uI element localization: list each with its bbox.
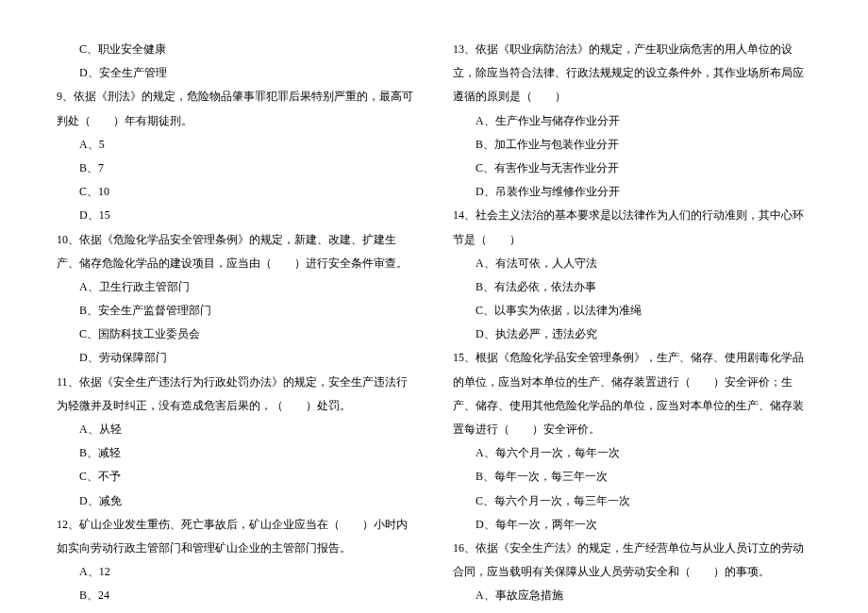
q8-option-c: C、职业安全健康 (79, 38, 415, 61)
q14-option-b: B、有法必依，依法办事 (476, 275, 811, 299)
q9-option-c: C、10 (79, 180, 415, 204)
q11-option-d: D、减免 (79, 489, 415, 513)
q8-option-d: D、安全生产管理 (79, 61, 415, 85)
q14-option-a: A、有法可依，人人守法 (476, 252, 811, 275)
q15-option-c: C、每六个月一次，每三年一次 (476, 489, 811, 513)
left-column: C、职业安全健康 D、安全生产管理 9、依据《刑法》的规定，危险物品肇事罪犯罪后… (57, 38, 415, 613)
right-column: 13、依据《职业病防治法》的规定，产生职业病危害的用人单位的设立，除应当符合法律… (453, 38, 811, 613)
q11-option-b: B、减轻 (79, 441, 415, 465)
q10-option-b: B、安全生产监督管理部门 (79, 299, 415, 323)
q9-option-d: D、15 (79, 204, 415, 227)
q14-option-d: D、执法必严，违法必究 (476, 323, 811, 346)
q15-option-b: B、每年一次，每三年一次 (476, 465, 811, 489)
q13-option-d: D、吊装作业与维修作业分开 (476, 180, 811, 204)
q13-option-a: A、生产作业与储存作业分开 (476, 109, 811, 133)
q12-option-c: C、36 (79, 608, 415, 614)
q15-option-d: D、每年一次，两年一次 (476, 513, 811, 537)
q16-text: 16、依据《安全生产法》的规定，生产经营单位与从业人员订立的劳动合同，应当载明有… (453, 537, 811, 584)
q9-option-a: A、5 (79, 133, 415, 157)
content-columns: C、职业安全健康 D、安全生产管理 9、依据《刑法》的规定，危险物品肇事罪犯罪后… (57, 38, 811, 613)
q11-option-c: C、不予 (79, 465, 415, 489)
q9-option-b: B、7 (79, 157, 415, 180)
q9-text: 9、依据《刑法》的规定，危险物品肇事罪犯罪后果特别严重的，最高可判处（ ）年有期… (57, 85, 415, 132)
q10-option-d: D、劳动保障部门 (79, 346, 415, 370)
q12-option-a: A、12 (79, 560, 415, 584)
q11-text: 11、依据《安全生产违法行为行政处罚办法》的规定，安全生产违法行为轻微并及时纠正… (57, 371, 415, 418)
q14-text: 14、社会主义法治的基本要求是以法律作为人们的行动准则，其中心环节是（ ） (453, 204, 811, 251)
q15-text: 15、根据《危险化学品安全管理条例》，生产、储存、使用剧毒化学品的单位，应当对本… (453, 346, 811, 441)
q10-text: 10、依据《危险化学品安全管理条例》的规定，新建、改建、扩建生产、储存危险化学品… (57, 228, 415, 275)
q16-option-b: B、安全技术措施 (476, 608, 811, 614)
q13-option-c: C、有害作业与无害作业分开 (476, 157, 811, 180)
q12-option-b: B、24 (79, 584, 415, 607)
q15-option-a: A、每六个月一次，每年一次 (476, 441, 811, 465)
q10-option-a: A、卫生行政主管部门 (79, 275, 415, 299)
q13-option-b: B、加工作业与包装作业分开 (476, 133, 811, 157)
q16-option-a: A、事故应急措施 (476, 584, 811, 607)
q12-text: 12、矿山企业发生重伤、死亡事故后，矿山企业应当在（ ）小时内如实向劳动行政主管… (57, 513, 415, 560)
q13-text: 13、依据《职业病防治法》的规定，产生职业病危害的用人单位的设立，除应当符合法律… (453, 38, 811, 109)
q14-option-c: C、以事实为依据，以法律为准绳 (476, 299, 811, 323)
q11-option-a: A、从轻 (79, 418, 415, 441)
q10-option-c: C、国防科技工业委员会 (79, 323, 415, 346)
